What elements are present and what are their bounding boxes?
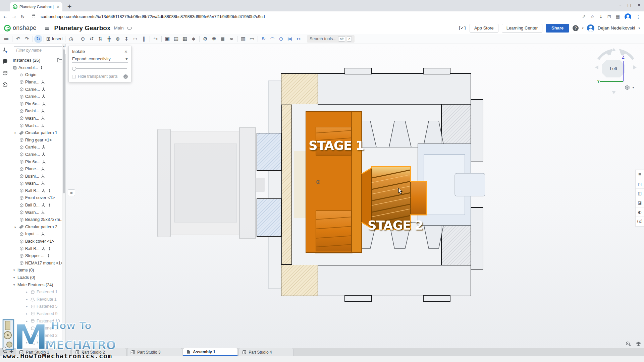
named-views-icon[interactable]: ▭ xyxy=(248,35,256,43)
browser-tab[interactable]: Planetary Gearbox | Assembly 1 × xyxy=(10,2,62,11)
downloads-icon[interactable]: ↓ xyxy=(599,14,603,19)
animate-gear-icon[interactable]: ⋈ xyxy=(285,35,294,43)
tree-item-fastened-11[interactable]: ▸Fastened 11 xyxy=(10,324,62,332)
custom-view-icon[interactable]: (x) xyxy=(636,217,644,226)
gearbox-model-view[interactable]: STAGE 1 STAGE 2 xyxy=(153,67,485,302)
tree-chevron-icon[interactable]: ▾ xyxy=(12,268,16,272)
add-tab-button[interactable]: + xyxy=(9,348,14,355)
animate-revolute-icon[interactable]: ↻ xyxy=(259,35,268,43)
dev-portal-icon[interactable]: {✓} xyxy=(458,25,466,31)
tree-item-pin-6x[interactable]: Pin 6x... xyxy=(10,100,62,108)
isolate-close-icon[interactable]: × xyxy=(124,49,128,54)
undo-button[interactable]: ↶ xyxy=(14,35,22,43)
history-icon[interactable]: ◷ xyxy=(67,35,75,43)
branch-name[interactable]: Main xyxy=(114,25,123,31)
tree-item-fastened-2[interactable]: ▸Fastened 2 xyxy=(10,332,62,339)
view-cube-icon[interactable]: ◳ xyxy=(636,179,644,189)
apps-grid-icon[interactable]: ▦ xyxy=(616,14,620,19)
tree-item-carrie[interactable]: Carrie... xyxy=(10,151,62,158)
tree-item-carrie[interactable]: Carrie... xyxy=(10,86,62,93)
tree-chevron-icon[interactable]: ▸ xyxy=(25,290,29,294)
browser-share-icon[interactable]: ↗ xyxy=(582,14,586,19)
pattern-icon[interactable]: ▦ xyxy=(180,35,189,43)
mate-fastened-icon[interactable]: ⊖ xyxy=(78,35,87,43)
mass-properties-icon[interactable] xyxy=(636,341,641,347)
tree-item-fastened-9[interactable]: ▸Fastened 9 xyxy=(10,310,62,317)
rack-relation-icon[interactable]: ☸ xyxy=(210,35,218,43)
screw-relation-icon[interactable]: ≣ xyxy=(218,35,227,43)
isolate-distance-slider[interactable] xyxy=(72,67,128,71)
nema17-mount-plate[interactable] xyxy=(268,81,281,289)
tree-chevron-icon[interactable]: ▸ xyxy=(25,334,29,337)
mate-parallel-icon[interactable]: ∥ xyxy=(140,35,148,43)
user-caret-icon[interactable]: ▾ xyxy=(638,26,640,30)
tree-section-mate-features-24[interactable]: ▾Mate Features (24) xyxy=(10,281,62,289)
url-text[interactable]: cad.onshape.com/documents/5a13d645118279… xyxy=(41,14,577,19)
tree-item-origin[interactable]: Origin xyxy=(10,71,62,79)
new-tab-button[interactable]: + xyxy=(67,3,72,10)
mate-revolute-icon[interactable]: ↺ xyxy=(87,35,96,43)
browser-profile-avatar[interactable] xyxy=(625,13,631,20)
share-button[interactable]: Share xyxy=(546,24,569,33)
update-sync-button[interactable]: ↻ xyxy=(34,35,42,43)
mate-cylindrical-icon[interactable]: ↕ xyxy=(122,35,131,43)
tree-section-loads-0[interactable]: ▾Loads (0) xyxy=(10,274,62,281)
insert-button[interactable]: ⊞Insert xyxy=(45,35,64,43)
tree-item-carrie[interactable]: Carrie... xyxy=(10,144,62,151)
section-view-icon[interactable]: ◫ xyxy=(636,189,644,198)
tree-chevron-icon[interactable]: ▾ xyxy=(12,276,16,279)
back-icon[interactable]: ← xyxy=(3,14,7,19)
tree-item-front-cover-1[interactable]: Front cover <1> xyxy=(10,194,62,202)
comments-icon[interactable] xyxy=(2,59,8,65)
tree-item-wash[interactable]: Wash... xyxy=(10,180,62,187)
mate-planar-icon[interactable]: ╋ xyxy=(105,35,113,43)
tree-chevron-icon[interactable]: ▸ xyxy=(25,319,29,323)
share-link-icon[interactable] xyxy=(127,27,132,29)
mate-slider-icon[interactable]: ⇅ xyxy=(96,35,105,43)
tree-item-nema17-mount-1[interactable]: NEMA17 mount <1> xyxy=(10,259,62,267)
tree-item-revolute-2[interactable]: ▸Revolute 2 xyxy=(10,339,62,347)
view-cube-menu[interactable]: ▾ xyxy=(624,84,634,91)
tab-search-icon[interactable] xyxy=(3,349,8,354)
tree-chevron-icon[interactable]: ▸ xyxy=(25,305,29,308)
belt-relation-icon[interactable]: ∞ xyxy=(227,35,236,43)
tree-item-ball-b[interactable]: Ball B... xyxy=(10,245,62,252)
extensions-icon[interactable]: ⊡ xyxy=(607,14,611,19)
tree-item-wash[interactable]: Wash... xyxy=(10,209,62,216)
scrollbar-thumb[interactable] xyxy=(63,49,65,193)
learning-center-button[interactable]: Learning Center xyxy=(502,24,542,33)
search-tools[interactable]: Search tools... alt c xyxy=(307,35,355,43)
document-title[interactable]: Planetary Gearbox xyxy=(54,24,111,32)
onshape-logo[interactable]: onshape xyxy=(4,24,36,32)
group-icon[interactable]: ▣ xyxy=(163,35,172,43)
gear-relation-icon[interactable]: ⚙ xyxy=(201,35,210,43)
bookmark-star-icon[interactable]: ☆ xyxy=(590,14,594,19)
tree-item-bearing-25x37x7m[interactable]: Bearing 25x37x7m... xyxy=(10,216,62,223)
window-minimize-icon[interactable]: – xyxy=(620,3,622,7)
tree-chevron-icon[interactable]: ▸ xyxy=(25,298,29,301)
tree-chevron-icon[interactable]: ▸ xyxy=(25,312,29,315)
tree-section-items-0[interactable]: ▾Items (0) xyxy=(10,267,62,274)
document-menu-icon[interactable]: ≡ xyxy=(44,24,49,32)
tree-item-ring-gear-1[interactable]: Ring gear <1> xyxy=(10,136,62,144)
model-canvas[interactable]: Isolate × Expand: connectivity ▼ Hide tr… xyxy=(66,44,644,348)
user-avatar[interactable] xyxy=(587,24,594,32)
view-cube-caret-icon[interactable]: ▾ xyxy=(632,86,634,89)
tree-item-plane[interactable]: Plane... xyxy=(10,165,62,173)
view-cube[interactable]: Left Z Y ▾ xyxy=(592,47,639,97)
display-states-icon[interactable]: ▥ xyxy=(239,35,248,43)
slider-handle[interactable] xyxy=(72,67,76,71)
animate-tangent-icon[interactable]: ◠ xyxy=(268,35,277,43)
tree-item-fastened-10[interactable]: ▸Fastened 10 xyxy=(10,317,62,325)
mate-pin-slot-icon[interactable]: ∺ xyxy=(131,35,140,43)
tree-item-ball-b[interactable]: Ball B... xyxy=(10,187,62,194)
appearance-icon[interactable]: ◐ xyxy=(636,207,644,217)
tree-chevron-icon[interactable]: ▸ xyxy=(25,341,29,344)
app-store-button[interactable]: App Store xyxy=(470,24,498,33)
simulation-timer-icon[interactable] xyxy=(2,81,8,87)
help-icon[interactable]: ? xyxy=(573,25,579,31)
tree-item-back-cover-1[interactable]: Back cover <1> xyxy=(10,238,62,245)
parts-help-icon[interactable] xyxy=(2,70,8,76)
tree-item-input[interactable]: Input ... xyxy=(10,231,62,238)
hidden-parts-icon[interactable]: ◪ xyxy=(636,198,644,207)
